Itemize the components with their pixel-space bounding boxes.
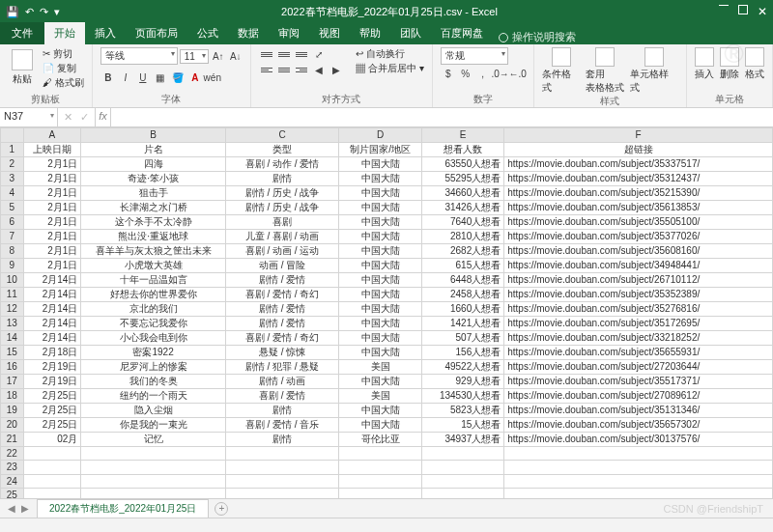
- row-header[interactable]: 17: [1, 374, 24, 388]
- cell[interactable]: 剧情 / 犯罪 / 悬疑: [225, 359, 339, 374]
- cell[interactable]: 尼罗河上的惨案: [81, 359, 226, 374]
- cell[interactable]: 1660人想看: [421, 301, 503, 316]
- font-color-icon[interactable]: A: [187, 70, 203, 84]
- cell[interactable]: [421, 446, 503, 461]
- orientation-icon[interactable]: ⤢: [311, 47, 327, 61]
- cell[interactable]: 狙击手: [81, 185, 226, 200]
- close-icon[interactable]: ✕: [758, 5, 767, 18]
- cell[interactable]: 喜剧 / 爱情 / 音乐: [225, 417, 339, 432]
- accept-formula-icon[interactable]: ✓: [80, 111, 89, 124]
- cell[interactable]: 2月25日: [23, 403, 81, 417]
- cell[interactable]: [81, 446, 226, 461]
- cell[interactable]: 哥伦比亚: [339, 432, 421, 446]
- cell[interactable]: 中国大陆: [339, 272, 421, 287]
- cell[interactable]: 02月: [23, 432, 81, 446]
- cell[interactable]: 7640人想看: [421, 214, 503, 229]
- cell[interactable]: 15人想看: [421, 417, 503, 432]
- cell[interactable]: 长津湖之水门桥: [81, 200, 226, 214]
- cell[interactable]: 134530人想看: [421, 388, 503, 403]
- cell[interactable]: 中国大陆: [339, 316, 421, 330]
- cell[interactable]: 剧情 / 历史 / 战争: [225, 185, 339, 200]
- wrap-text-button[interactable]: ↩ 自动换行: [356, 47, 424, 61]
- row-header[interactable]: 20: [1, 417, 24, 432]
- cell[interactable]: 喜剧: [225, 214, 339, 229]
- comma-icon[interactable]: ,: [475, 67, 491, 80]
- cell[interactable]: 507人想看: [421, 330, 503, 345]
- cell[interactable]: 美国: [339, 388, 421, 403]
- cell[interactable]: [339, 446, 421, 461]
- name-box[interactable]: N37: [0, 108, 58, 126]
- cell[interactable]: 2月19日: [23, 374, 81, 388]
- cell[interactable]: [504, 489, 773, 499]
- row-header[interactable]: 21: [1, 432, 24, 446]
- cell[interactable]: 31426人想看: [421, 200, 503, 214]
- cell[interactable]: 中国大陆: [339, 417, 421, 432]
- cell[interactable]: [225, 446, 339, 461]
- cell[interactable]: 2458人想看: [421, 287, 503, 301]
- cond-format-button[interactable]: 条件格式: [542, 47, 581, 95]
- cell[interactable]: 这个杀手不太冷静: [81, 214, 226, 229]
- cell[interactable]: 2月14日: [23, 301, 81, 316]
- format-cells-button[interactable]: 格式: [745, 47, 764, 81]
- number-format-select[interactable]: 常规: [441, 47, 508, 65]
- cell[interactable]: https://movie.douban.com/subject/3531243…: [504, 171, 773, 185]
- cell[interactable]: 类型: [225, 142, 339, 156]
- cell[interactable]: [225, 489, 339, 499]
- cut-button[interactable]: ✂ 剪切: [43, 47, 84, 61]
- sheet-nav-next-icon[interactable]: ▶: [21, 503, 29, 514]
- cell-styles-button[interactable]: 单元格样式: [630, 47, 678, 95]
- cell[interactable]: 四海: [81, 156, 226, 171]
- cell[interactable]: https://movie.douban.com/subject/2708961…: [504, 388, 773, 403]
- tab-baidu[interactable]: 百度网盘: [431, 22, 493, 44]
- cell[interactable]: 2月19日: [23, 359, 81, 374]
- row-header[interactable]: 25: [1, 489, 24, 499]
- cell[interactable]: 2月14日: [23, 272, 81, 287]
- cell[interactable]: 不要忘记我爱你: [81, 316, 226, 330]
- cell[interactable]: 纽约的一个雨天: [81, 388, 226, 403]
- cell[interactable]: 615人想看: [421, 258, 503, 272]
- cell[interactable]: 喜剧 / 爱情: [225, 388, 339, 403]
- tab-home[interactable]: 开始: [44, 22, 85, 44]
- cell[interactable]: 中国大陆: [339, 403, 421, 417]
- cell[interactable]: https://movie.douban.com/subject/3560816…: [504, 243, 773, 258]
- cell[interactable]: https://movie.douban.com/subject/3550510…: [504, 214, 773, 229]
- tab-layout[interactable]: 页面布局: [126, 22, 187, 44]
- cell[interactable]: [81, 474, 226, 489]
- cell[interactable]: https://movie.douban.com/subject/3551737…: [504, 374, 773, 388]
- cell[interactable]: https://movie.douban.com/subject/2720364…: [504, 359, 773, 374]
- cell[interactable]: https://movie.douban.com/subject/2671011…: [504, 272, 773, 287]
- cell[interactable]: [339, 489, 421, 499]
- col-header-B[interactable]: B: [81, 128, 226, 143]
- row-header[interactable]: 7: [1, 229, 24, 243]
- tab-data[interactable]: 数据: [228, 22, 269, 44]
- cell[interactable]: https://movie.douban.com/subject/3565730…: [504, 417, 773, 432]
- tab-insert[interactable]: 插入: [85, 22, 126, 44]
- cell[interactable]: 中国大陆: [339, 330, 421, 345]
- cell[interactable]: [23, 489, 81, 499]
- cell[interactable]: [421, 489, 503, 499]
- row-header[interactable]: 19: [1, 403, 24, 417]
- cell[interactable]: 6448人想看: [421, 272, 503, 287]
- sheet-tab[interactable]: 2022春节档电影_2022年01月25日: [37, 499, 209, 518]
- cell[interactable]: [504, 461, 773, 475]
- cell[interactable]: 中国大陆: [339, 258, 421, 272]
- row-header[interactable]: 4: [1, 185, 24, 200]
- cell[interactable]: https://movie.douban.com/subject/3565593…: [504, 345, 773, 359]
- redo-icon[interactable]: ↷: [40, 6, 48, 18]
- cell[interactable]: 京北的我们: [81, 301, 226, 316]
- cell[interactable]: 剧情: [225, 171, 339, 185]
- cell[interactable]: 156人想看: [421, 345, 503, 359]
- cell[interactable]: 中国大陆: [339, 345, 421, 359]
- cell[interactable]: [421, 461, 503, 475]
- sheet-nav-prev-icon[interactable]: ◀: [8, 503, 15, 514]
- cell[interactable]: 2月25日: [23, 417, 81, 432]
- cell[interactable]: 1421人想看: [421, 316, 503, 330]
- table-format-button[interactable]: 套用 表格格式: [586, 47, 624, 95]
- fx-icon[interactable]: fx: [96, 108, 111, 126]
- cell[interactable]: https://movie.douban.com/subject/3517269…: [504, 316, 773, 330]
- cell[interactable]: https://movie.douban.com/subject/3527681…: [504, 301, 773, 316]
- cell[interactable]: 悬疑 / 惊悚: [225, 345, 339, 359]
- cell[interactable]: 中国大陆: [339, 243, 421, 258]
- tab-review[interactable]: 审阅: [269, 22, 309, 44]
- cell[interactable]: [81, 461, 226, 475]
